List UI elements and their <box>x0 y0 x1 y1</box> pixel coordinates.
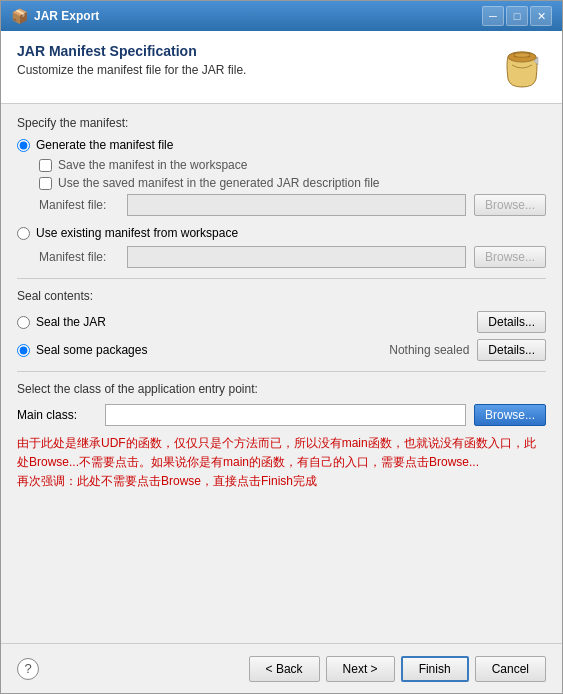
header-jar-icon <box>498 43 546 91</box>
header-text: JAR Manifest Specification Customize the… <box>17 43 246 77</box>
title-bar: 📦 JAR Export ─ □ ✕ <box>1 1 562 31</box>
browse-button-2[interactable]: Browse... <box>474 246 546 268</box>
footer: ? < Back Next > Finish Cancel <box>1 643 562 693</box>
checkbox-use-saved-input[interactable] <box>39 177 52 190</box>
manifest-file-label-2: Manifest file: <box>39 250 119 264</box>
radio-seal-jar-input[interactable] <box>17 316 30 329</box>
minimize-button[interactable]: ─ <box>482 6 504 26</box>
radio-seal-jar[interactable]: Seal the JAR <box>17 315 106 329</box>
radio-existing-manifest[interactable]: Use existing manifest from workspace <box>17 226 546 240</box>
manifest-file-input-2[interactable] <box>127 246 466 268</box>
radio-seal-packages-input[interactable] <box>17 344 30 357</box>
radio-generate-input[interactable] <box>17 139 30 152</box>
back-button[interactable]: < Back <box>249 656 320 682</box>
seal-jar-left: Seal the JAR <box>17 315 106 329</box>
title-bar-left: 📦 JAR Export <box>11 8 99 24</box>
specify-manifest-label: Specify the manifest: <box>17 116 546 130</box>
checkbox-save-input[interactable] <box>39 159 52 172</box>
cancel-button[interactable]: Cancel <box>475 656 546 682</box>
seal-packages-row: Seal some packages Nothing sealed Detail… <box>17 339 546 361</box>
footer-left: ? <box>17 658 39 680</box>
divider-2 <box>17 371 546 372</box>
main-class-row: Main class: Browse... <box>17 404 546 426</box>
details-button-1[interactable]: Details... <box>477 311 546 333</box>
finish-button[interactable]: Finish <box>401 656 469 682</box>
browse-button-main-class[interactable]: Browse... <box>474 404 546 426</box>
browse-button-1[interactable]: Browse... <box>474 194 546 216</box>
next-button[interactable]: Next > <box>326 656 395 682</box>
content-area: Specify the manifest: Generate the manif… <box>1 104 562 643</box>
manifest-file-row-existing: Manifest file: Browse... <box>39 246 546 268</box>
entry-point-section: Select the class of the application entr… <box>17 382 546 426</box>
title-bar-controls: ─ □ ✕ <box>482 6 552 26</box>
main-class-label: Main class: <box>17 408 97 422</box>
entry-point-label: Select the class of the application entr… <box>17 382 546 396</box>
note-text: 由于此处是继承UDF的函数，仅仅只是个方法而已，所以没有main函数，也就说没有… <box>17 434 546 492</box>
footer-right: < Back Next > Finish Cancel <box>249 656 546 682</box>
checkbox-use-saved[interactable]: Use the saved manifest in the generated … <box>39 176 546 190</box>
svg-point-3 <box>514 53 530 57</box>
checkbox-save-label[interactable]: Save the manifest in the workspace <box>58 158 247 172</box>
manifest-file-label-1: Manifest file: <box>39 198 119 212</box>
window-title: JAR Export <box>34 9 99 23</box>
panel-subtitle: Customize the manifest file for the JAR … <box>17 63 246 77</box>
radio-existing-input[interactable] <box>17 227 30 240</box>
main-class-input[interactable] <box>105 404 466 426</box>
radio-existing-label[interactable]: Use existing manifest from workspace <box>36 226 238 240</box>
seal-packages-right: Nothing sealed Details... <box>389 339 546 361</box>
nothing-sealed-text: Nothing sealed <box>389 343 469 357</box>
title-jar-icon: 📦 <box>11 8 28 24</box>
radio-seal-jar-label[interactable]: Seal the JAR <box>36 315 106 329</box>
radio-generate-label[interactable]: Generate the manifest file <box>36 138 173 152</box>
help-button[interactable]: ? <box>17 658 39 680</box>
details-button-2[interactable]: Details... <box>477 339 546 361</box>
seal-jar-row: Seal the JAR Details... <box>17 311 546 333</box>
jar-export-window: 📦 JAR Export ─ □ ✕ JAR Manifest Specific… <box>0 0 563 694</box>
radio-generate-manifest[interactable]: Generate the manifest file <box>17 138 546 152</box>
panel-title: JAR Manifest Specification <box>17 43 246 59</box>
checkbox-use-saved-label[interactable]: Use the saved manifest in the generated … <box>58 176 380 190</box>
seal-contents-label: Seal contents: <box>17 289 546 303</box>
close-button[interactable]: ✕ <box>530 6 552 26</box>
divider-1 <box>17 278 546 279</box>
radio-seal-packages[interactable]: Seal some packages <box>17 343 147 357</box>
help-icon-label: ? <box>24 661 31 676</box>
manifest-file-input-1[interactable] <box>127 194 466 216</box>
seal-packages-left: Seal some packages <box>17 343 147 357</box>
checkbox-save-manifest[interactable]: Save the manifest in the workspace <box>39 158 546 172</box>
header-panel: JAR Manifest Specification Customize the… <box>1 31 562 104</box>
radio-seal-packages-label[interactable]: Seal some packages <box>36 343 147 357</box>
manifest-file-row-generate: Manifest file: Browse... <box>39 194 546 216</box>
maximize-button[interactable]: □ <box>506 6 528 26</box>
